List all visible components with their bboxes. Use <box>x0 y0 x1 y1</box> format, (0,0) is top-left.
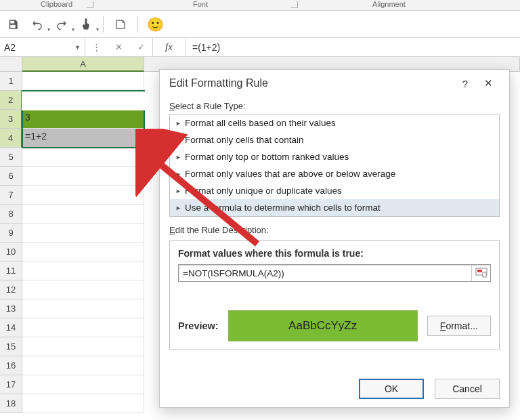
rule-type-item[interactable]: ►Format only unique or duplicate values <box>170 182 499 199</box>
row-header[interactable]: 11 <box>0 261 22 280</box>
rule-type-item[interactable]: ►Format only values that are above or be… <box>170 165 499 182</box>
close-button[interactable]: ✕ <box>477 74 500 93</box>
row-header[interactable]: 10 <box>0 243 22 261</box>
cell[interactable] <box>22 394 144 413</box>
range-selector-icon[interactable] <box>471 265 490 281</box>
fx-label[interactable]: fx <box>153 38 186 56</box>
row-header[interactable]: 12 <box>0 280 22 299</box>
redo-button[interactable]: ▾ <box>54 17 69 32</box>
bullet-icon: ► <box>175 171 181 177</box>
cell-a3[interactable]: 3 <box>22 110 144 129</box>
rule-type-item[interactable]: ►Format all cells based on their values <box>170 114 499 131</box>
row-header[interactable]: 6 <box>0 167 22 186</box>
rule-type-item[interactable]: ►Format only cells that contain <box>170 131 499 148</box>
formula-input[interactable]: =NOT(ISFORMULA(A2)) <box>178 264 491 282</box>
bullet-icon: ► <box>175 205 181 211</box>
formula-heading: Format values where this formula is true… <box>178 248 491 259</box>
row-header[interactable]: 15 <box>0 337 22 356</box>
rule-type-item[interactable]: ►Use a formula to determine which cells … <box>170 199 499 216</box>
row-header[interactable]: 8 <box>0 205 22 224</box>
cell[interactable] <box>22 337 144 356</box>
cell[interactable] <box>22 186 144 205</box>
svg-rect-2 <box>483 272 486 277</box>
new-sheet-icon[interactable] <box>113 17 128 32</box>
enter-formula-icon[interactable]: ✓ <box>135 42 148 52</box>
cell[interactable] <box>22 167 144 186</box>
row-header[interactable]: 7 <box>0 186 22 205</box>
save-icon[interactable] <box>5 17 20 32</box>
row-header[interactable]: 5 <box>0 148 22 167</box>
ok-button[interactable]: OK <box>359 379 424 399</box>
dialog-launcher[interactable] <box>87 1 93 8</box>
bullet-icon: ► <box>175 120 181 127</box>
edit-formatting-rule-dialog: Edit Formatting Rule ? ✕ Select a Rule T… <box>159 69 510 408</box>
formula-more-icon[interactable]: ⋮ <box>90 42 104 52</box>
row-header[interactable]: 9 <box>0 224 22 243</box>
cell[interactable] <box>22 280 144 299</box>
touch-mode-button[interactable]: ▾ <box>79 17 93 32</box>
cell[interactable] <box>22 224 144 243</box>
cell[interactable] <box>22 205 144 224</box>
cell[interactable] <box>22 318 144 337</box>
bullet-icon: ► <box>175 154 181 161</box>
column-header-a[interactable]: A <box>22 57 144 72</box>
cell[interactable] <box>22 261 144 280</box>
select-rule-type-label: Select a Rule Type: <box>169 101 500 111</box>
formula-bar-value: =(1+2) <box>192 42 220 53</box>
ribbon-group-alignment: Alignment <box>372 0 406 8</box>
row-header[interactable]: 13 <box>0 299 22 318</box>
preview-swatch: AaBbCcYyZz <box>228 310 418 341</box>
preview-label: Preview: <box>178 320 219 331</box>
row-header[interactable]: 4 <box>0 129 22 148</box>
cell-a4[interactable]: =1+2 <box>22 129 144 148</box>
cell[interactable] <box>22 356 144 375</box>
bullet-icon: ► <box>175 188 181 194</box>
dialog-titlebar[interactable]: Edit Formatting Rule ? ✕ <box>160 70 509 97</box>
name-box-value: A2 <box>4 42 16 53</box>
smiley-icon[interactable]: 🙂 <box>148 17 162 32</box>
row-header[interactable]: 16 <box>0 356 22 375</box>
ribbon-group-clipboard: Clipboard <box>41 0 72 8</box>
rule-type-list[interactable]: ►Format all cells based on their values►… <box>169 114 500 217</box>
row-header[interactable]: 1 <box>0 72 22 91</box>
quick-access-toolbar: ▾ ▾ ▾ 🙂 <box>0 11 520 38</box>
name-box[interactable]: A2 ▼ <box>0 38 85 56</box>
row-header[interactable]: 14 <box>0 318 22 337</box>
select-all-corner[interactable] <box>0 57 22 72</box>
cancel-button[interactable]: Cancel <box>435 379 500 399</box>
chevron-down-icon: ▼ <box>74 44 81 51</box>
dialog-launcher[interactable] <box>291 1 298 8</box>
help-button[interactable]: ? <box>454 74 477 93</box>
rule-description-box: Format values where this formula is true… <box>169 240 500 350</box>
row-header[interactable]: 3 <box>0 110 22 129</box>
edit-rule-description-label: Edit the Rule Description: <box>169 225 500 235</box>
row-header[interactable]: 2 <box>0 91 22 110</box>
cell[interactable] <box>22 72 144 91</box>
formula-bar-input[interactable]: =(1+2) <box>186 38 520 56</box>
cell-a2[interactable]: =(1+2) <box>22 91 144 110</box>
dialog-title: Edit Formatting Rule <box>169 77 268 89</box>
svg-rect-1 <box>477 270 482 272</box>
cell[interactable] <box>22 375 144 394</box>
format-button[interactable]: Format... <box>427 316 491 336</box>
rule-type-item[interactable]: ►Format only top or bottom ranked values <box>170 148 499 165</box>
ribbon-group-labels: Clipboard Font Alignment <box>0 0 520 11</box>
formula-bar-row: A2 ▼ ⋮ ✕ ✓ fx =(1+2) <box>0 38 520 57</box>
cell[interactable] <box>22 243 144 261</box>
formula-value: =NOT(ISFORMULA(A2)) <box>179 268 471 278</box>
cell[interactable] <box>22 299 144 318</box>
cell[interactable] <box>22 148 144 167</box>
row-header[interactable]: 18 <box>0 394 22 413</box>
row-header[interactable]: 17 <box>0 375 22 394</box>
cancel-formula-icon[interactable]: ✕ <box>112 42 126 52</box>
bullet-icon: ► <box>175 137 181 144</box>
undo-button[interactable]: ▾ <box>30 17 45 32</box>
ribbon-group-font: Font <box>193 0 208 8</box>
